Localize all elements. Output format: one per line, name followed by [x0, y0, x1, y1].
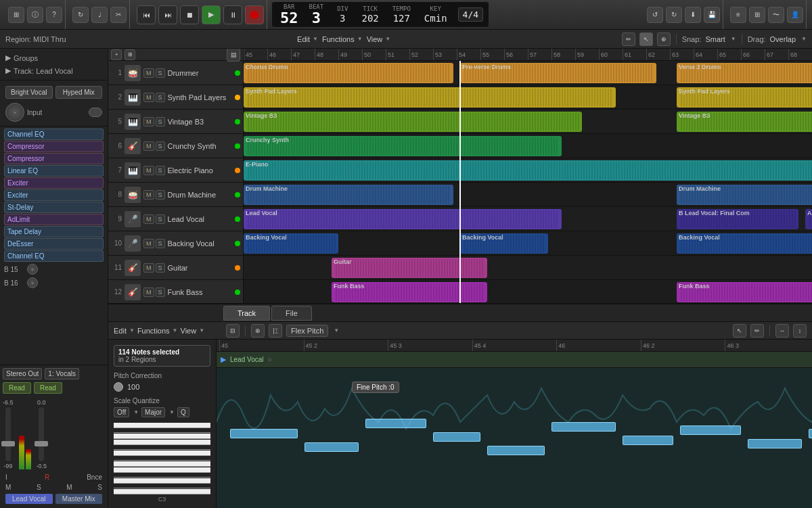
clip-backing-vocal[interactable]: Backing Vocal: [677, 233, 812, 254]
preset2-btn[interactable]: Hyped Mix: [55, 86, 103, 99]
fader-thumb-2[interactable]: [35, 441, 48, 446]
track-header-row-7[interactable]: 7 🎹 M S Electric Piano: [108, 158, 243, 183]
solo-btn-12[interactable]: S: [156, 287, 165, 297]
piano-key-c3[interactable]: [114, 489, 210, 494]
lead-vocal-badge[interactable]: Lead Vocal: [5, 494, 53, 504]
solo-btn-11[interactable]: S: [156, 263, 165, 273]
lower-view-menu[interactable]: View ▼: [181, 327, 205, 335]
track-section[interactable]: ▶ Track: Lead Vocal: [3, 64, 105, 77]
clip-lead-vocal[interactable]: Lead Vocal: [244, 209, 562, 229]
mute-btn-2[interactable]: M: [143, 93, 154, 102]
piano-key-black-4[interactable]: [114, 474, 210, 478]
mute-btn-10[interactable]: M: [143, 239, 154, 248]
flex-pitch-note-5[interactable]: [551, 422, 616, 432]
clip-drum-machine[interactable]: Drum Machine: [244, 185, 453, 205]
flex-pitch-note-9[interactable]: [809, 429, 812, 438]
plugin-linear-eq[interactable]: Linear EQ: [4, 165, 104, 177]
flex-pitch-note-2[interactable]: [365, 419, 426, 428]
zoom-tool[interactable]: ⊕: [657, 32, 671, 46]
read-btn-1[interactable]: Read: [3, 382, 31, 394]
lower-zoom-h[interactable]: ↔: [775, 324, 789, 338]
plugin-tape-delay[interactable]: Tape Delay: [4, 226, 104, 237]
output-label[interactable]: Stereo Out: [3, 368, 42, 379]
solo-btn-1[interactable]: S: [156, 68, 165, 78]
add-track-btn[interactable]: +: [111, 49, 122, 60]
track-tab[interactable]: Track: [223, 306, 270, 321]
scale-q-btn[interactable]: Q: [177, 407, 189, 417]
clip-e-piano[interactable]: E-Piano: [244, 160, 812, 181]
cursor-tool[interactable]: ↖: [639, 32, 653, 46]
track-lane-8[interactable]: Drum MachineDrum Machine: [244, 183, 812, 207]
track-lane-1[interactable]: Chorus DrumsPre-verse DrumsVerse 2 Drums: [244, 61, 812, 85]
m2-btn[interactable]: M: [66, 484, 72, 491]
apple-icon[interactable]: ⊞: [8, 7, 24, 23]
clip-synth-pad-layers[interactable]: Synth Pad Layers: [244, 87, 616, 108]
flex-options-btn[interactable]: ⊕: [251, 324, 265, 338]
pause-button[interactable]: ⏸: [223, 5, 242, 24]
plugin-channel-eq-2[interactable]: Channel EQ: [4, 250, 104, 262]
track-header-row-1[interactable]: 1 🥁 M S Drummer: [108, 61, 243, 85]
clip-backing-vocal[interactable]: Backing Vocal: [244, 233, 338, 254]
flex-pitch-note-0[interactable]: [230, 429, 298, 438]
clip-chorus-drums[interactable]: Chorus Drums: [244, 63, 453, 83]
fast-forward-button[interactable]: ⏭: [158, 5, 177, 24]
s2-btn[interactable]: S: [97, 484, 102, 491]
clip-backing-vocal[interactable]: Backing Vocal: [460, 233, 548, 254]
piano-key-black-1[interactable]: [114, 429, 210, 433]
track-settings-btn[interactable]: ⊞: [125, 49, 135, 60]
send-b15-knob[interactable]: ·: [27, 264, 38, 275]
plugin-exciter-1[interactable]: Exciter: [4, 177, 104, 189]
master-mix-badge[interactable]: Master Mix: [55, 494, 103, 504]
plugin-channel-eq-1[interactable]: Channel EQ: [4, 129, 104, 140]
lower-zoom-v[interactable]: ↕: [793, 324, 807, 338]
flex-pitch-note-4[interactable]: [487, 446, 545, 455]
piano-key-black-2[interactable]: [114, 446, 210, 450]
rewind-button[interactable]: ⏮: [137, 5, 156, 24]
s-btn[interactable]: S: [37, 484, 41, 491]
plugin-exciter-2[interactable]: Exciter: [4, 189, 104, 201]
loop-icon[interactable]: ↻: [72, 7, 89, 23]
lower-edit-menu[interactable]: Edit ▼: [114, 327, 135, 335]
flex-pitch-note-1[interactable]: [304, 442, 359, 452]
pitch-correction-knob[interactable]: [114, 382, 123, 392]
track-header-row-9[interactable]: 9 🎤 M S Lead Vocal: [108, 207, 243, 231]
scissors-icon[interactable]: ✂: [110, 7, 127, 23]
track-lane-9[interactable]: Lead VocalB Lead Vocal: Final ComA Lead …: [244, 207, 812, 231]
clip-vintage-b3[interactable]: Vintage B3: [677, 112, 812, 132]
metronome-icon[interactable]: ♩: [91, 7, 108, 23]
solo-btn-9[interactable]: S: [156, 214, 165, 224]
clip-vintage-b3[interactable]: Vintage B3: [244, 112, 582, 132]
track-lane-6[interactable]: Crunchy Synth: [244, 134, 812, 158]
redo-icon[interactable]: ↻: [666, 7, 682, 23]
stop-button[interactable]: ⏹: [180, 5, 199, 24]
plugin-compressor-2[interactable]: Compressor: [4, 153, 104, 164]
play-button[interactable]: ▶: [202, 5, 221, 24]
piano-key-black-3[interactable]: [114, 457, 210, 461]
solo-btn-8[interactable]: S: [156, 190, 165, 200]
group-label[interactable]: 1: Vocals: [45, 368, 79, 379]
flex-mode-btn[interactable]: ⊟: [226, 324, 240, 338]
flex-pitch-note-7[interactable]: [680, 425, 741, 435]
fader-thumb-1[interactable]: [1, 441, 15, 446]
piano-key-white-3[interactable]: [114, 440, 210, 445]
piano-key-white-2[interactable]: [114, 434, 210, 439]
track-lane-11[interactable]: Guitar: [244, 256, 812, 280]
mute-btn-1[interactable]: M: [143, 68, 154, 78]
mute-btn-9[interactable]: M: [143, 214, 154, 224]
track-lane-5[interactable]: Vintage B3Vintage B3: [244, 110, 812, 134]
piano-key-white-4[interactable]: [114, 451, 210, 456]
clip-pre-verse-drums[interactable]: Pre-verse Drums: [460, 63, 656, 83]
piano-key-white-1[interactable]: [114, 423, 210, 428]
file-tab[interactable]: File: [271, 306, 312, 321]
lower-pencil-tool[interactable]: ✏: [750, 324, 764, 338]
solo-btn-10[interactable]: S: [156, 239, 165, 248]
solo-btn-6[interactable]: S: [156, 141, 165, 151]
mute-btn-12[interactable]: M: [143, 287, 154, 297]
clip-funk-bass[interactable]: Funk Bass: [332, 282, 487, 302]
download-icon[interactable]: ⬇: [685, 7, 701, 23]
clip-b-lead-vocal:-final-com[interactable]: B Lead Vocal: Final Com: [677, 209, 798, 229]
track-header-row-10[interactable]: 10 🎤 M S Backing Vocal: [108, 231, 243, 256]
mute-btn-7[interactable]: M: [143, 166, 154, 175]
info-icon[interactable]: ⓘ: [27, 7, 43, 23]
track-config-btn[interactable]: ▤: [227, 49, 240, 62]
